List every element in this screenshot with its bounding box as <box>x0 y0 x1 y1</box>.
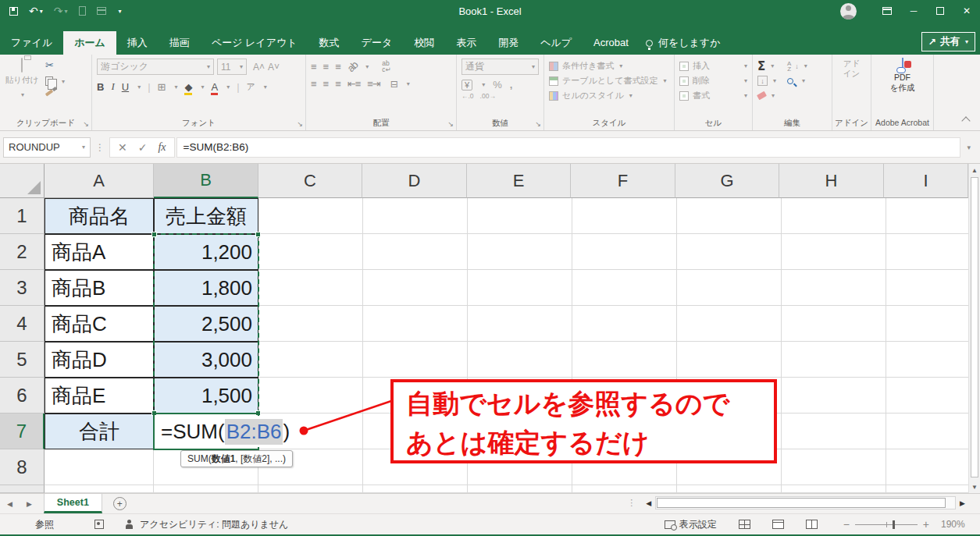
cell-b5[interactable]: 3,000 <box>154 342 258 378</box>
shrink-font-icon[interactable]: A˅ <box>268 62 280 73</box>
cell-a6[interactable]: 商品E <box>45 378 154 414</box>
print-preview-icon[interactable] <box>79 6 86 16</box>
insert-cells-button[interactable]: 挿入▾ <box>679 59 747 73</box>
align-center-icon[interactable]: ≡ <box>323 78 329 90</box>
cell-a5[interactable]: 商品D <box>45 342 154 378</box>
tab-file[interactable]: ファイル <box>0 31 63 55</box>
column-header-f[interactable]: F <box>571 164 675 198</box>
tab-formulas[interactable]: 数式 <box>308 31 351 55</box>
conditional-formatting-button[interactable]: 条件付き書式▾ <box>549 59 669 73</box>
cell-a1[interactable]: 商品名 <box>45 198 154 234</box>
row-header-4[interactable]: 4 <box>0 306 45 342</box>
sheet-tab-sheet1[interactable]: Sheet1 <box>44 494 102 513</box>
save-icon[interactable] <box>9 7 18 16</box>
sheet-nav-right-icon[interactable]: ▶ <box>20 500 39 508</box>
cell-b6[interactable]: 1,500 <box>154 378 258 414</box>
cell-a3[interactable]: 商品B <box>45 270 154 306</box>
tell-me-box[interactable]: 何をしますか <box>646 31 721 55</box>
wrap-text-icon[interactable]: abc↵ <box>382 60 390 73</box>
tab-help[interactable]: ヘルプ <box>529 31 583 55</box>
insert-function-icon[interactable]: fx <box>158 141 166 154</box>
row-header-2[interactable]: 2 <box>0 234 45 270</box>
close-button[interactable]: ✕ <box>953 0 980 22</box>
cell-b4[interactable]: 2,500 <box>154 306 258 342</box>
fill-color-icon[interactable]: ◆ <box>184 81 192 93</box>
decrease-decimal-icon[interactable]: .00→ <box>480 92 496 100</box>
account-avatar[interactable] <box>840 3 857 20</box>
macro-record-icon[interactable] <box>94 520 104 529</box>
formula-bar-splitter[interactable]: ⋮ <box>95 142 105 153</box>
zoom-out-icon[interactable]: − <box>838 518 855 531</box>
vertical-scroll-thumb[interactable] <box>971 177 978 477</box>
column-header-g[interactable]: G <box>675 164 779 198</box>
scroll-up-icon[interactable]: ▲ <box>969 164 980 176</box>
cell-a4[interactable]: 商品C <box>45 306 154 342</box>
row-header-1[interactable]: 1 <box>0 198 45 234</box>
align-left-icon[interactable]: ≡ <box>311 78 316 90</box>
horizontal-scrollbar[interactable]: ⋮ ◀ ▶ <box>627 496 969 509</box>
enter-icon[interactable]: ✓ <box>138 141 148 154</box>
zoom-level[interactable]: 190% <box>941 519 969 530</box>
font-dialog-launcher-icon[interactable]: ↘ <box>297 121 303 128</box>
formula-bar-expand-icon[interactable]: ▾ <box>960 144 977 151</box>
create-pdf-button[interactable]: PDFを作成 <box>871 55 933 117</box>
accessibility-status[interactable]: アクセシビリティ: 問題ありません <box>140 518 288 531</box>
customize-qat-icon[interactable]: ▾ <box>117 8 122 15</box>
horizontal-scroll-thumb[interactable] <box>657 498 946 508</box>
tab-data[interactable]: データ <box>351 31 404 55</box>
number-format-select[interactable]: 通貨▾ <box>461 59 539 75</box>
cancel-icon[interactable]: ✕ <box>118 141 127 154</box>
merge-center-icon[interactable]: ⊟ <box>390 79 398 90</box>
cell-b3[interactable]: 1,800 <box>154 270 258 306</box>
zoom-slider-thumb[interactable] <box>893 520 895 529</box>
tab-home[interactable]: ホーム <box>63 31 116 55</box>
row-header-3[interactable]: 3 <box>0 270 45 306</box>
number-dialog-launcher-icon[interactable]: ↘ <box>535 121 541 128</box>
paste-button[interactable]: 貼り付け ▾ <box>5 59 39 117</box>
format-as-table-button[interactable]: テーブルとして書式設定▾ <box>549 73 669 88</box>
accounting-format-icon[interactable]: ¥ <box>461 80 472 91</box>
tab-draw[interactable]: 描画 <box>159 31 201 55</box>
font-color-icon[interactable]: A <box>211 81 218 93</box>
tab-developer[interactable]: 開発 <box>487 31 529 55</box>
format-painter-icon[interactable] <box>45 89 53 96</box>
align-top-icon[interactable]: ≡ <box>311 61 316 73</box>
in-cell-formula-editor[interactable]: =SUM(B2:B6) <box>156 416 292 447</box>
cell-b1[interactable]: 売上金額 <box>154 198 258 234</box>
cell-b2[interactable]: 1,200 <box>154 234 258 270</box>
decrease-indent-icon[interactable]: ⇤≡ <box>347 78 360 90</box>
delete-cells-button[interactable]: 削除▾ <box>679 73 747 88</box>
font-size-select[interactable]: 11▾ <box>217 59 247 75</box>
clipboard-dialog-launcher-icon[interactable]: ↘ <box>83 121 89 128</box>
tab-view[interactable]: 表示 <box>445 31 487 55</box>
ribbon-display-options-icon[interactable] <box>874 0 900 22</box>
column-header-d[interactable]: D <box>362 164 467 198</box>
row-header-7[interactable]: 7 <box>0 414 45 449</box>
tab-insert[interactable]: 挿入 <box>116 31 159 55</box>
formula-input[interactable]: =SUM(B2:B6) <box>176 137 961 158</box>
format-cells-button[interactable]: 書式▾ <box>679 88 747 103</box>
row-header-6[interactable]: 6 <box>0 378 45 414</box>
autosum-button[interactable]: Σ▾ <box>757 59 776 73</box>
collapse-ribbon-icon[interactable] <box>961 116 970 125</box>
increase-indent-icon[interactable]: ≡⇥ <box>367 78 380 90</box>
select-all-corner[interactable] <box>0 164 45 198</box>
undo-icon[interactable]: ↶▾ <box>29 5 43 17</box>
increase-decimal-icon[interactable]: ←.0 <box>461 92 474 100</box>
display-settings-label[interactable]: 表示設定 <box>679 518 717 531</box>
cell-a7[interactable]: 合計 <box>45 414 154 449</box>
borders-icon[interactable]: ⊞ <box>158 81 166 93</box>
page-break-view-icon[interactable] <box>806 520 818 529</box>
column-header-h[interactable]: H <box>779 164 884 198</box>
sort-filter-button[interactable]: AZ ↓▾ <box>787 59 807 73</box>
zoom-in-icon[interactable]: + <box>918 518 935 531</box>
column-header-b[interactable]: B <box>154 164 258 198</box>
new-sheet-icon[interactable]: + <box>113 497 127 510</box>
fill-button[interactable]: ↓▾ <box>757 73 776 88</box>
cell-styles-button[interactable]: セルのスタイル▾ <box>549 88 669 103</box>
page-layout-view-icon[interactable] <box>772 520 784 529</box>
tab-page-layout[interactable]: ページ レイアウト <box>201 31 308 55</box>
column-header-c[interactable]: C <box>258 164 362 198</box>
maximize-button[interactable] <box>927 0 953 22</box>
align-right-icon[interactable]: ≡ <box>335 78 340 90</box>
